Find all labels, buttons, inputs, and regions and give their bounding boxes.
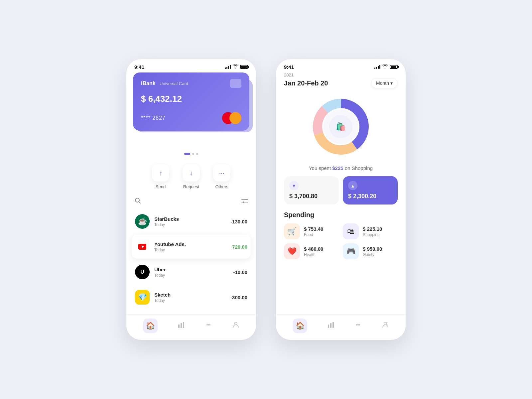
expense-amount: $ 2,300.20: [348, 193, 392, 200]
nav-profile-right[interactable]: [382, 321, 389, 331]
svg-point-26: [357, 324, 359, 326]
battery-icon-right: [390, 65, 398, 69]
nav-profile-left[interactable]: [232, 321, 239, 331]
nav-messages-left[interactable]: [205, 321, 212, 331]
spending-info: $ 950.00 Gaiety: [363, 246, 382, 257]
transaction-info: Uber Today: [154, 267, 233, 278]
gaiety-category: Gaiety: [363, 252, 382, 257]
list-item[interactable]: 🛒 $ 753.40 Food: [284, 223, 339, 239]
table-row[interactable]: ☕ StarBucks Today -130.00: [132, 209, 251, 233]
transaction-info: Sketch Today: [154, 292, 230, 303]
transaction-info: Youtube Ads. Today: [154, 241, 232, 252]
request-button[interactable]: ↓ Request: [183, 164, 200, 189]
search-icon[interactable]: [134, 197, 141, 205]
card-brand: iBank Universal Card: [141, 80, 188, 86]
list-item[interactable]: 🎮 $ 950.00 Gaiety: [343, 243, 398, 259]
spending-info: $ 753.40 Food: [304, 226, 323, 237]
expense-card: ▴ $ 2,300.20: [343, 176, 398, 204]
dot-1: [184, 153, 190, 155]
nav-messages-right[interactable]: [354, 321, 362, 331]
transaction-amount: -10.00: [233, 269, 247, 275]
food-amount: $ 753.40: [304, 226, 323, 232]
bank-card[interactable]: iBank Universal Card $ 6,432.12 **** 282…: [133, 72, 249, 131]
others-button[interactable]: ··· Others: [213, 164, 230, 189]
youtube-logo: [135, 239, 150, 254]
nav-home-right[interactable]: 🏠: [293, 319, 307, 333]
table-row[interactable]: Youtube Ads. Today 720.00: [132, 235, 251, 259]
others-icon: ···: [213, 164, 230, 182]
status-icons-right: [374, 64, 398, 70]
right-phone: 9:41 2021 Jan 20-Feb 20 Month ▾: [276, 59, 406, 340]
svg-rect-12: [183, 322, 184, 328]
date-year: 2021: [284, 72, 398, 77]
transaction-date: Today: [154, 248, 232, 252]
transaction-name: Sketch: [154, 292, 230, 298]
income-amount: $ 3,700.80: [289, 193, 333, 200]
nav-home-left[interactable]: 🏠: [143, 319, 158, 333]
balance-row: ▾ $ 3,700.80 ▴ $ 2,300.20: [284, 176, 398, 204]
filter-icon[interactable]: [241, 198, 248, 205]
search-bar: [126, 196, 256, 209]
month-selector[interactable]: Month ▾: [371, 78, 398, 88]
nav-charts-left[interactable]: [178, 321, 185, 331]
card-header: iBank Universal Card: [141, 79, 241, 88]
signal-icon: [225, 65, 231, 69]
transaction-amount: -130.00: [230, 219, 247, 224]
card-chip: [230, 79, 241, 88]
bank-name: iBank: [141, 80, 156, 86]
spent-category: on Shopping: [345, 165, 373, 171]
transaction-name: StarBucks: [154, 216, 230, 222]
shopping-amount: $ 225.10: [363, 226, 382, 232]
gaiety-icon: 🎮: [343, 243, 359, 259]
date-header: 2021 Jan 20-Feb 20 Month ▾: [284, 72, 398, 88]
health-icon: ❤️: [284, 243, 300, 259]
list-item[interactable]: 🛍 $ 225.10 Shopping: [343, 223, 398, 239]
date-range-row: Jan 20-Feb 20 Month ▾: [284, 78, 398, 88]
send-label: Send: [156, 184, 166, 189]
nav-charts-right[interactable]: [327, 321, 334, 331]
table-row[interactable]: 💎 Sketch Today -300.00: [132, 285, 251, 309]
transaction-date: Today: [154, 222, 230, 227]
svg-rect-22: [328, 325, 329, 328]
svg-point-16: [234, 322, 237, 325]
svg-rect-10: [178, 325, 180, 328]
card-balance: $ 6,432.12: [141, 94, 241, 104]
list-item[interactable]: ❤️ $ 480.00 Health: [284, 243, 339, 259]
svg-line-1: [139, 202, 141, 203]
svg-point-5: [243, 201, 244, 203]
wifi-icon-right: [382, 64, 388, 70]
status-icons-left: [225, 64, 248, 70]
status-time-left: 9:41: [134, 64, 144, 70]
home-icon-right: 🏠: [293, 319, 307, 333]
expense-icon: ▴: [348, 181, 357, 190]
dot-2: [192, 153, 194, 155]
health-category: Health: [304, 252, 323, 257]
table-row[interactable]: U Uber Today -10.00: [132, 260, 251, 284]
svg-rect-24: [332, 322, 334, 328]
signal-icon-right: [374, 65, 380, 69]
bottom-nav-right: 🏠: [276, 314, 406, 340]
sketch-logo: 💎: [135, 290, 150, 305]
chevron-down-icon: ▾: [390, 80, 393, 86]
shopping-category: Shopping: [363, 232, 382, 237]
svg-point-27: [359, 324, 360, 326]
send-icon: ↑: [152, 164, 169, 182]
dot-3: [196, 153, 198, 155]
svg-point-15: [209, 324, 210, 326]
transaction-amount: -300.00: [230, 295, 247, 300]
card-number: **** 2827: [141, 115, 166, 121]
request-icon: ↓: [183, 164, 200, 182]
send-button[interactable]: ↑ Send: [152, 164, 169, 189]
gaiety-amount: $ 950.00: [363, 246, 382, 252]
status-bar-right: 9:41: [276, 59, 406, 72]
messages-icon-right: [354, 321, 362, 331]
income-card: ▾ $ 3,700.80: [284, 176, 339, 204]
spent-amount: $225: [332, 165, 343, 171]
svg-point-2: [245, 199, 247, 200]
transaction-date: Today: [154, 298, 230, 303]
svg-point-28: [384, 322, 387, 325]
transaction-amount: 720.00: [232, 244, 247, 250]
health-amount: $ 480.00: [304, 246, 323, 252]
transaction-info: StarBucks Today: [154, 216, 230, 227]
messages-icon: [205, 321, 212, 331]
